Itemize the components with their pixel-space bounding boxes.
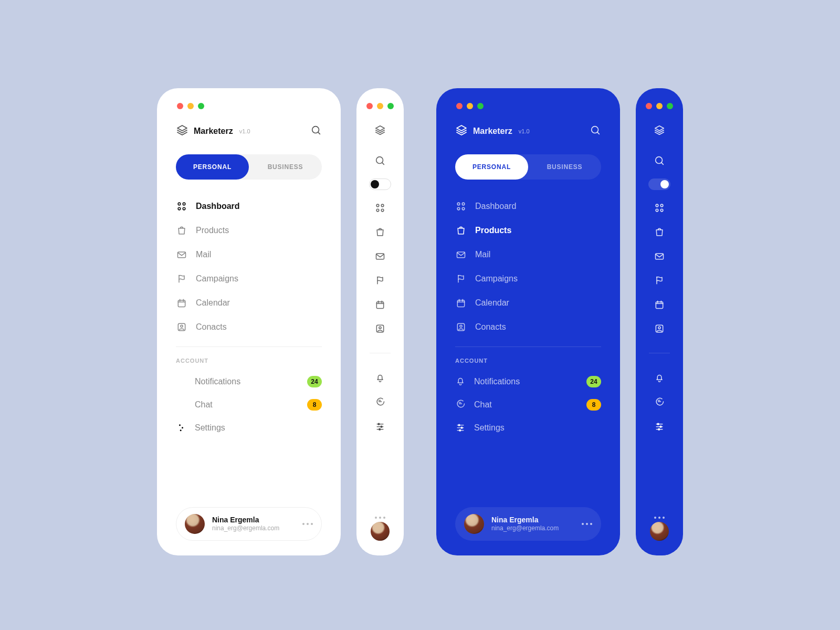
grid-icon [176,201,187,212]
avatar[interactable] [371,522,390,541]
nav-item-contacts[interactable]: Conacts [455,315,601,339]
tab-personal[interactable]: PERSONAL [455,154,528,180]
logo-layers-icon [176,124,188,139]
tab-business[interactable]: BUSINESS [528,154,601,180]
nav-icon-dashboard[interactable] [653,202,666,214]
nav-icon-chat[interactable] [374,395,386,408]
flag-icon [455,274,467,284]
maximize-window-icon[interactable] [667,103,673,109]
nav-icon-notifications[interactable] [653,371,666,384]
nav-icon-contacts[interactable] [374,322,386,335]
nav-icon-mail[interactable] [374,250,386,262]
primary-nav: Dashboard Products Mail Campaigns Calend… [176,194,322,339]
primary-nav: Dashboard Products Mail Campaigns Calend… [455,194,601,339]
avatar [464,514,484,534]
tab-personal[interactable]: PERSONAL [176,154,249,180]
nav-icon-dashboard[interactable] [374,202,386,214]
nav-item-campaigns[interactable]: Campaigns [176,267,322,291]
nav-item-calendar[interactable]: Calendar [455,291,601,315]
avatar[interactable] [650,522,669,541]
close-window-icon[interactable] [366,103,373,109]
sidebar-dark-collapsed [636,88,683,555]
minimize-window-icon[interactable] [656,103,663,109]
close-window-icon[interactable] [646,103,652,109]
nav-icon-contacts[interactable] [653,322,666,335]
nav-icon-mail[interactable] [653,250,666,262]
grid-icon [455,201,467,212]
nav-item-dashboard[interactable]: Dashboard [455,194,601,218]
more-icon[interactable] [654,517,665,519]
flag-icon [176,274,187,284]
theme-toggle[interactable] [369,178,391,190]
close-window-icon[interactable] [456,103,463,109]
search-icon[interactable] [310,124,322,138]
maximize-window-icon[interactable] [198,103,204,109]
brand-version: v1.0 [519,128,530,134]
nav-label: Dashboard [475,202,516,211]
nav-label: Mail [196,250,211,259]
window-controls [456,103,601,109]
minimize-window-icon[interactable] [187,103,194,109]
close-window-icon[interactable] [177,103,183,109]
maximize-window-icon[interactable] [387,103,394,109]
more-icon[interactable] [375,517,385,519]
tab-business[interactable]: BUSINESS [249,154,322,180]
nav-item-chat[interactable]: Chat 8 [176,393,322,416]
user-name: Nina Ergemla [491,516,559,524]
nav-item-products[interactable]: Products [455,218,601,243]
nav-item-mail[interactable]: Mail [176,243,322,267]
nav-item-notifications[interactable]: Notifications 24 [455,370,601,393]
sidebar-light-expanded: Marketerz v1.0 PERSONAL BUSINESS Dashboa… [157,88,341,555]
badge-notifications: 24 [307,376,322,387]
nav-item-dashboard[interactable]: Dashboard [176,194,322,218]
nav-item-chat[interactable]: Chat 8 [455,393,601,416]
minimize-window-icon[interactable] [467,103,473,109]
nav-icon-calendar[interactable] [653,298,666,311]
nav-icon-products[interactable] [374,226,386,238]
nav-label: Calendar [196,298,230,308]
nav-label: Mail [475,250,490,259]
account-nav: Notifications 24 Chat 8 Settings [455,370,601,439]
nav-item-notifications[interactable]: Notifications 24 [176,370,322,393]
nav-item-settings[interactable]: Settings [455,416,601,439]
section-label-account: ACCOUNT [176,358,322,364]
divider [176,346,322,347]
nav-item-calendar[interactable]: Calendar [176,291,322,315]
mail-icon [455,249,467,260]
logo-layers-icon [374,124,386,136]
brand-row: Marketerz v1.0 [455,124,601,139]
maximize-window-icon[interactable] [477,103,484,109]
chat-icon [176,398,186,411]
nav-label: Conacts [196,322,227,332]
sidebar-dark-expanded: Marketerz v1.0 PERSONAL BUSINESS Dashboa… [436,88,620,555]
nav-label: Products [196,226,229,235]
account-nav: Notifications 24 Chat 8 Settings [176,370,322,439]
more-icon[interactable] [582,523,592,525]
nav-icon-settings[interactable] [374,419,386,432]
nav-icon-calendar[interactable] [374,298,386,311]
calendar-icon [455,298,467,308]
nav-item-contacts[interactable]: Conacts [176,315,322,339]
more-icon[interactable] [302,523,313,525]
scope-tabs: PERSONAL BUSINESS [176,154,322,180]
nav-icon-campaigns[interactable] [374,274,386,287]
user-card[interactable]: Nina Ergemla nina_erg@ergemla.com [176,507,322,541]
user-card[interactable]: Nina Ergemla nina_erg@ergemla.com [455,507,601,541]
brand-row: Marketerz v1.0 [176,124,322,139]
nav-icon-chat[interactable] [653,395,666,408]
nav-label: Products [475,226,511,235]
nav-item-mail[interactable]: Mail [455,243,601,267]
nav-item-settings[interactable]: Settings [176,416,322,439]
search-icon[interactable] [590,124,601,138]
nav-label: Chat [195,400,213,410]
nav-icon-settings[interactable] [653,419,666,432]
search-icon[interactable] [653,154,666,167]
search-icon[interactable] [374,154,386,167]
nav-item-products[interactable]: Products [176,218,322,243]
nav-icon-notifications[interactable] [374,371,386,384]
nav-icon-products[interactable] [653,226,666,238]
theme-toggle[interactable] [648,178,670,190]
nav-item-campaigns[interactable]: Campaigns [455,267,601,291]
minimize-window-icon[interactable] [377,103,383,109]
nav-icon-campaigns[interactable] [653,274,666,287]
